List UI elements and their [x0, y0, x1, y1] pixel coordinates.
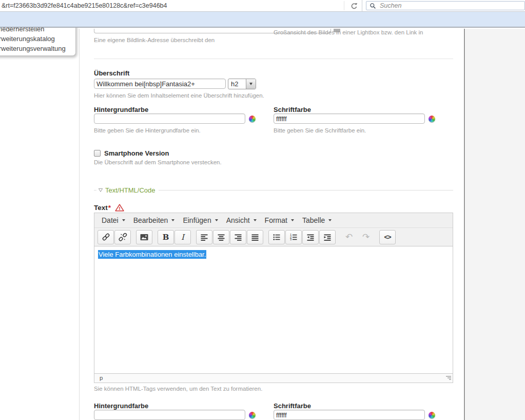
- unlink-icon: [119, 233, 127, 241]
- editor-statusbar: p: [94, 373, 453, 383]
- search-icon: [370, 3, 376, 9]
- schriftfarbe-input[interactable]: [274, 113, 425, 124]
- smartphone-checkbox[interactable]: [94, 150, 101, 157]
- section-legend-label[interactable]: Text/HTML/Code: [105, 186, 155, 194]
- bullet-list-button[interactable]: [268, 230, 285, 244]
- reload-icon: [351, 3, 358, 10]
- ueberschrift-help: Hier können Sie dem Inhaltselement eine …: [94, 92, 264, 99]
- hintergrundfarbe-help: Bitte geben Sie die Hintergrundfarbe ein…: [94, 127, 201, 133]
- menu-label: Einfügen: [183, 216, 211, 224]
- link-button[interactable]: [98, 230, 114, 244]
- resize-grip-icon[interactable]: [445, 375, 452, 381]
- text-field-help: Sie können HTML-Tags verwenden, um den T…: [94, 386, 262, 392]
- hintergrundfarbe-input[interactable]: [94, 113, 245, 124]
- unlink-button[interactable]: [114, 230, 131, 244]
- outdent-icon: [306, 233, 315, 241]
- numbered-list-button[interactable]: 1 2 3: [285, 230, 302, 244]
- help-text-bildlink: Eine eigene Bildlink-Adresse überschreib…: [94, 37, 215, 43]
- align-left-button[interactable]: [196, 230, 212, 244]
- page-background: [465, 29, 525, 420]
- selected-text[interactable]: Viele Farbkombinationen einstellbar.: [98, 250, 206, 259]
- reload-button[interactable]: [347, 1, 361, 11]
- color-picker-icon[interactable]: [429, 116, 435, 122]
- redo-icon: ↷: [362, 233, 370, 241]
- svg-text:!: !: [119, 206, 121, 211]
- svg-text:3: 3: [290, 238, 291, 241]
- text-field-label-row: Text * !: [94, 204, 124, 212]
- section-divider: [94, 59, 453, 59]
- browser-search-box[interactable]: Suchen: [366, 1, 525, 10]
- page-header-bar: [0, 12, 525, 28]
- ueberschrift-label: Überschrift: [94, 69, 129, 77]
- color-picker-icon[interactable]: [249, 116, 256, 122]
- align-justify-button[interactable]: [247, 230, 263, 244]
- editor-content[interactable]: Viele Farbkombinationen einstellbar.: [94, 246, 453, 373]
- align-right-icon: [234, 233, 242, 241]
- url-text[interactable]: &rt=f23663b3d92fe841c4abe9215e80128c&ref…: [2, 2, 167, 9]
- menu-datei[interactable]: Datei: [98, 214, 129, 227]
- schriftfarbe-label: Schriftfarbe: [274, 402, 311, 410]
- menu-bearbeiten[interactable]: Bearbeiten: [129, 214, 179, 227]
- menu-format[interactable]: Format: [261, 214, 298, 227]
- color-picker-icon[interactable]: [249, 412, 256, 418]
- element-path[interactable]: p: [100, 375, 103, 381]
- divider: [362, 0, 362, 11]
- collapse-triangle-icon[interactable]: [98, 188, 103, 193]
- schriftfarbe-help: Bitte geben Sie die Schriftfarbe ein.: [274, 127, 366, 133]
- undo-button[interactable]: ↶: [341, 230, 357, 244]
- indent-button[interactable]: [319, 230, 336, 244]
- align-right-button[interactable]: [230, 230, 246, 244]
- menu-label: Format: [265, 216, 287, 224]
- search-placeholder: Suchen: [380, 2, 401, 9]
- divider: [94, 190, 96, 190]
- indent-icon: [323, 233, 332, 241]
- align-justify-icon: [251, 233, 259, 241]
- chevron-down-icon: [249, 83, 252, 85]
- link-icon: [102, 233, 110, 241]
- text-label: Text: [94, 204, 108, 212]
- browser-url-bar: &rt=f23663b3d92fe841c4abe9215e80128c&ref…: [0, 0, 525, 12]
- heading-level-select[interactable]: h2: [228, 79, 256, 89]
- undo-icon: ↶: [345, 233, 353, 241]
- hintergrundfarbe-input[interactable]: [94, 410, 245, 420]
- menu-ansicht[interactable]: Ansicht: [222, 214, 261, 227]
- italic-icon: I: [181, 233, 184, 242]
- popup-item-erweiterungskatalog[interactable]: Erweiterungskatalog: [0, 35, 55, 43]
- help-text-lightbox: Großansicht des Bildes in einer Lightbox…: [274, 29, 423, 35]
- align-center-button[interactable]: [213, 230, 229, 244]
- popup-item-erweiterungsverwaltung[interactable]: Erweiterungsverwaltung: [0, 45, 66, 52]
- outdent-button[interactable]: [302, 230, 319, 244]
- chevron-down-icon: [291, 219, 294, 221]
- chevron-down-icon: [254, 219, 257, 221]
- menu-label: Bearbeiten: [133, 216, 168, 224]
- smartphone-label: Smartphone Version: [104, 149, 169, 157]
- smartphone-help: Die Überschrift auf dem Smartphone verst…: [94, 159, 222, 165]
- hintergrundfarbe-label: Hintergrundfarbe: [94, 402, 148, 410]
- chevron-down-icon: [122, 219, 125, 221]
- redo-button[interactable]: ↷: [358, 230, 374, 244]
- source-code-icon: <>: [384, 233, 391, 241]
- section-legend: Text/HTML/Code: [94, 186, 453, 194]
- italic-button[interactable]: I: [174, 230, 191, 244]
- source-code-button[interactable]: <>: [379, 230, 396, 244]
- menu-label: Ansicht: [226, 216, 250, 224]
- heading-level-value: h2: [228, 79, 246, 89]
- editor-menubar: Datei Bearbeiten Einfügen Ansicht Format…: [94, 213, 453, 228]
- schriftfarbe-input[interactable]: [274, 410, 425, 420]
- chevron-down-icon: [171, 219, 174, 221]
- ueberschrift-input[interactable]: [94, 79, 226, 89]
- content-element-form: Großansicht des Bildes in einer Lightbox…: [94, 29, 453, 420]
- bold-button[interactable]: B: [158, 230, 174, 244]
- image-button[interactable]: [136, 230, 152, 244]
- menu-tabelle[interactable]: Tabelle: [298, 214, 336, 227]
- numbered-list-icon: 1 2 3: [289, 233, 298, 241]
- bold-icon: B: [163, 233, 169, 242]
- tinymce-editor: Datei Bearbeiten Einfügen Ansicht Format…: [94, 213, 453, 383]
- menu-einfuegen[interactable]: Einfügen: [179, 214, 222, 227]
- chevron-down-icon: [328, 219, 332, 221]
- color-picker-icon[interactable]: [429, 412, 435, 418]
- menu-label: Tabelle: [302, 216, 325, 224]
- select-dropdown-button[interactable]: [246, 79, 256, 89]
- menu-label: Datei: [102, 216, 119, 224]
- divider: [344, 1, 344, 10]
